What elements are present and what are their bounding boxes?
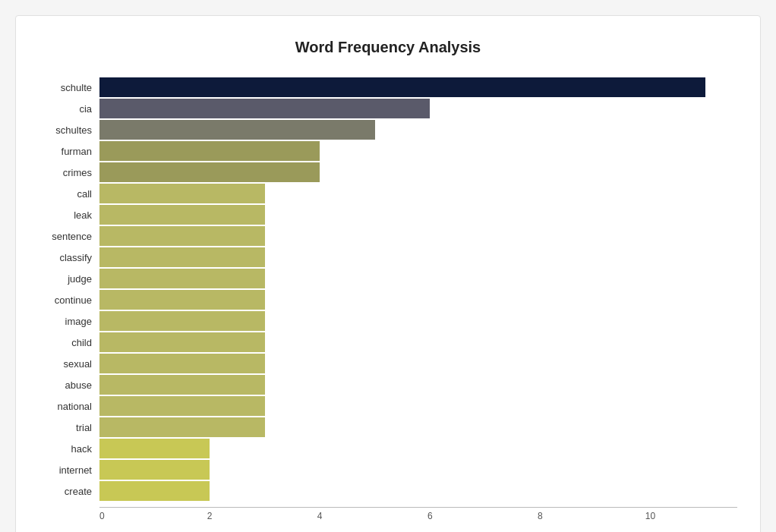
- bar-row: national: [39, 396, 737, 416]
- bar-track: [99, 417, 737, 437]
- bar-row: continue: [39, 290, 737, 310]
- x-axis-ticks: 0246810: [99, 511, 737, 524]
- bar-row: create: [39, 481, 737, 501]
- bar-track: [99, 481, 737, 501]
- bar-track: [99, 226, 737, 246]
- x-tick-item: 8: [538, 511, 543, 521]
- x-tick-item: 10: [645, 511, 655, 521]
- bar-track: [99, 290, 737, 310]
- x-tick-item: 2: [207, 511, 213, 521]
- bar-fill: [99, 439, 210, 458]
- bar-track: [99, 375, 737, 395]
- bar-row: call: [39, 184, 737, 203]
- bar-label: furman: [39, 146, 99, 157]
- bar-track: [99, 269, 737, 288]
- x-tick-item: 4: [317, 511, 323, 521]
- x-tick-item: 6: [427, 511, 433, 521]
- bar-label: sentence: [39, 231, 99, 242]
- bar-fill: [99, 99, 430, 118]
- bar-track: [99, 141, 737, 161]
- bar-label: national: [39, 401, 99, 412]
- bar-row: hack: [39, 439, 737, 458]
- bar-fill: [99, 311, 265, 331]
- bar-track: [99, 247, 737, 267]
- bar-fill: [99, 290, 265, 310]
- bar-row: leak: [39, 205, 737, 225]
- bar-track: [99, 162, 737, 182]
- bar-row: trial: [39, 417, 737, 437]
- bar-row: crimes: [39, 162, 737, 182]
- bar-label: schulte: [39, 82, 99, 93]
- bar-row: judge: [39, 269, 737, 288]
- bar-track: [99, 205, 737, 225]
- bar-fill: [99, 417, 265, 437]
- bar-row: sentence: [39, 226, 737, 246]
- bar-row: classify: [39, 247, 737, 267]
- x-tick-item: 0: [99, 511, 105, 521]
- bar-track: [99, 99, 737, 118]
- chart-container: Word Frequency Analysis schulteciaschult…: [15, 15, 761, 532]
- bar-track: [99, 311, 737, 331]
- bar-row: schulte: [39, 77, 737, 97]
- bar-track: [99, 77, 737, 97]
- bar-fill: [99, 481, 210, 501]
- chart-title: Word Frequency Analysis: [39, 39, 737, 56]
- x-axis-line: [99, 507, 737, 508]
- bar-label: internet: [39, 464, 99, 476]
- bar-label: sexual: [39, 358, 99, 370]
- bar-label: image: [39, 316, 99, 327]
- bar-track: [99, 184, 737, 203]
- bar-row: schultes: [39, 120, 737, 140]
- bar-fill: [99, 162, 320, 182]
- bar-track: [99, 332, 737, 352]
- bar-row: furman: [39, 141, 737, 161]
- bar-row: abuse: [39, 375, 737, 395]
- bar-fill: [99, 375, 265, 395]
- bar-fill: [99, 354, 265, 373]
- bar-track: [99, 396, 737, 416]
- bar-track: [99, 354, 737, 373]
- bar-label: continue: [39, 294, 99, 306]
- bar-label: hack: [39, 443, 99, 455]
- bar-label: child: [39, 337, 99, 348]
- bar-fill: [99, 460, 210, 480]
- bar-fill: [99, 269, 265, 288]
- bar-label: trial: [39, 422, 99, 433]
- bar-row: image: [39, 311, 737, 331]
- bar-fill: [99, 396, 265, 416]
- bar-label: schultes: [39, 124, 99, 136]
- bar-fill: [99, 77, 705, 97]
- bar-row: internet: [39, 460, 737, 480]
- x-axis-container: 0246810 Frequency: [99, 507, 737, 532]
- bar-fill: [99, 332, 265, 352]
- bar-fill: [99, 184, 265, 203]
- bar-row: sexual: [39, 354, 737, 373]
- bar-fill: [99, 247, 265, 267]
- bar-label: cia: [39, 103, 99, 115]
- bar-fill: [99, 226, 265, 246]
- bar-row: child: [39, 332, 737, 352]
- bar-label: judge: [39, 273, 99, 285]
- bar-label: call: [39, 188, 99, 200]
- bar-track: [99, 439, 737, 458]
- chart-area: schulteciaschultesfurmancrimescallleakse…: [39, 77, 737, 502]
- bar-row: cia: [39, 99, 737, 118]
- bar-label: abuse: [39, 379, 99, 391]
- bar-fill: [99, 120, 375, 140]
- bar-track: [99, 460, 737, 480]
- bar-label: crimes: [39, 167, 99, 178]
- bar-fill: [99, 205, 265, 225]
- bar-label: classify: [39, 252, 99, 263]
- bar-track: [99, 120, 737, 140]
- bar-fill: [99, 141, 320, 161]
- bar-label: leak: [39, 209, 99, 221]
- bar-label: create: [39, 486, 99, 497]
